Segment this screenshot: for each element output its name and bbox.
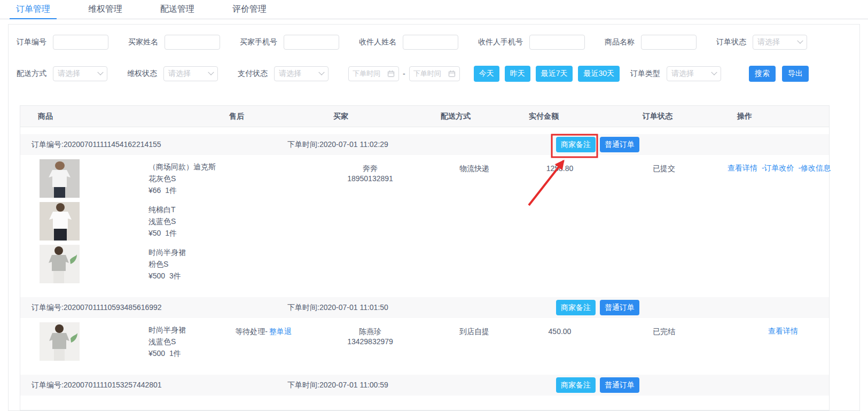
order-row-header: 订单编号:202007011110593485616992 下单时间:2020-… <box>20 297 829 318</box>
product-image <box>40 159 80 198</box>
last30days-button[interactable]: 最近30天 <box>578 66 620 82</box>
aftersale-cell: 等待处理-整单退 <box>218 318 309 368</box>
order-status-select[interactable]: 请选择 <box>753 35 807 50</box>
order-type-label: 订单类型 <box>630 69 660 79</box>
merchant-remark-button[interactable]: 商家备注 <box>556 377 596 393</box>
status-cell: 已完结 <box>603 318 725 368</box>
product-spec: 浅蓝色S <box>148 215 177 227</box>
product-price: ¥500 <box>148 349 165 358</box>
orders-table: 商品 售后 买家 配送方式 实付金额 订单状态 操作 订单编号:20200701… <box>20 105 830 410</box>
buyer-name: 奔奔 <box>309 164 432 174</box>
tab-delivery-management[interactable]: 配送管理 <box>154 0 201 19</box>
buyer-name-input[interactable] <box>165 35 220 50</box>
order-number: 订单编号:202007011110153257442801 <box>20 381 287 390</box>
order-no-input[interactable] <box>53 35 108 50</box>
order-time: 下单时间:2020-07-01 11:01:50 <box>287 303 544 313</box>
product-qty: 1件 <box>169 349 181 358</box>
col-header-product: 商品 <box>20 112 199 121</box>
delivery-method-select[interactable]: 请选择 <box>53 66 107 81</box>
buyer-name: 陈燕珍 <box>309 327 432 337</box>
order-no-label: 订单编号 <box>17 37 46 47</box>
rights-status-select-value: 请选择 <box>168 69 191 79</box>
tab-order-management[interactable]: 订单管理 <box>10 0 57 19</box>
buyer-phone-input[interactable] <box>284 35 339 50</box>
merchant-remark-button[interactable]: 商家备注 <box>556 300 596 315</box>
rights-status-select[interactable]: 请选择 <box>163 66 218 81</box>
tab-rights-management[interactable]: 维权管理 <box>82 0 129 19</box>
product-spec: 浅蓝色S <box>148 336 186 347</box>
chevron-down-icon <box>711 69 717 75</box>
product-qty: 1件 <box>165 186 177 195</box>
amount-cell: 1258.80 <box>517 155 603 290</box>
order-row-body: （商场同款）迪克斯 花灰色S ¥66 1件 纯棉白T 浅蓝色S ¥50 1件 <box>20 155 829 290</box>
product-spec: 花灰色S <box>148 173 216 184</box>
product-qty: 1件 <box>165 229 177 237</box>
filter-row-1: 订单编号 买家姓名 买家手机号 收件人姓名 收件人手机号 商品名称 订单状态 请… <box>17 35 859 50</box>
product-qty: 3件 <box>169 272 181 280</box>
product-image <box>40 322 80 361</box>
pay-status-label: 支付状态 <box>238 69 268 79</box>
order-type-badge[interactable]: 普通订单 <box>600 300 639 315</box>
order-number: 订单编号:202007011110593485616992 <box>20 303 287 313</box>
order-type-badge[interactable]: 普通订单 <box>600 377 639 393</box>
today-button[interactable]: 今天 <box>474 66 499 82</box>
col-header-aftersale: 售后 <box>199 112 274 121</box>
chevron-down-icon <box>797 38 803 44</box>
change-price-link[interactable]: -订单改价 <box>762 164 794 172</box>
product-name: 纯棉白T <box>148 204 177 215</box>
product-item: 时尚半身裙 浅蓝色S ¥500 1件 <box>40 322 218 361</box>
product-name: 时尚半身裙 <box>148 246 186 258</box>
order-time-start-placeholder: 下单时间 <box>353 69 380 79</box>
tab-review-management[interactable]: 评价管理 <box>226 0 273 19</box>
view-detail-link[interactable]: 查看详情 <box>728 164 757 172</box>
order-management-panel: 订单编号 买家姓名 买家手机号 收件人姓名 收件人手机号 商品名称 订单状态 请… <box>8 24 860 411</box>
delivery-method-label: 配送方式 <box>17 69 46 79</box>
orders-table-header: 商品 售后 买家 配送方式 实付金额 订单状态 操作 <box>20 106 829 127</box>
product-name: 时尚半身裙 <box>148 324 186 336</box>
product-name: （商场同款）迪克斯 <box>148 161 216 173</box>
col-header-action: 操作 <box>731 112 829 121</box>
order-time: 下单时间:2020-07-01 11:00:59 <box>287 381 544 390</box>
recipient-phone-input[interactable] <box>529 35 585 50</box>
search-button[interactable]: 搜索 <box>749 66 776 82</box>
date-range-separator: - <box>403 69 405 78</box>
status-cell: 已提交 <box>603 155 725 290</box>
col-header-delivery: 配送方式 <box>408 112 504 121</box>
product-item: 时尚半身裙 粉色S ¥500 3件 <box>40 245 218 283</box>
buyer-phone: 13429832979 <box>309 337 432 347</box>
order-time-start-picker[interactable]: 下单时间 <box>348 66 399 81</box>
product-price: ¥500 <box>148 272 165 280</box>
order-time: 下单时间:2020-07-01 11:02:29 <box>287 140 544 150</box>
chevron-down-icon <box>97 69 103 75</box>
quick-date-buttons: 今天 昨天 最近7天 最近30天 <box>468 66 620 82</box>
export-button[interactable]: 导出 <box>782 66 809 82</box>
full-refund-link[interactable]: 整单退 <box>269 327 292 336</box>
recipient-name-label: 收件人姓名 <box>359 37 396 47</box>
chevron-down-icon <box>208 69 214 75</box>
buyer-phone: 18950132891 <box>309 174 432 184</box>
modify-info-link[interactable]: -修改信息 <box>798 164 831 172</box>
buyer-name-label: 买家姓名 <box>128 37 158 47</box>
last7days-button[interactable]: 最近7天 <box>536 66 573 82</box>
col-header-buyer: 买家 <box>274 112 408 121</box>
product-item: （商场同款）迪克斯 花灰色S ¥66 1件 <box>40 159 218 198</box>
order-type-badge[interactable]: 普通订单 <box>600 137 639 152</box>
buyer-cell: 奔奔 18950132891 <box>309 155 432 290</box>
delivery-cell: 物流快递 <box>432 155 517 290</box>
recipient-name-input[interactable] <box>403 35 458 50</box>
order-type-select[interactable]: 请选择 <box>667 66 721 81</box>
yesterday-button[interactable]: 昨天 <box>505 66 530 82</box>
pay-status-select-value: 请选择 <box>279 69 301 79</box>
merchant-remark-button[interactable]: 商家备注 <box>556 137 596 152</box>
product-price: ¥50 <box>148 229 161 237</box>
col-header-amount: 实付金额 <box>504 112 584 121</box>
pay-status-select[interactable]: 请选择 <box>274 66 329 81</box>
product-name-input[interactable] <box>641 35 697 50</box>
product-spec: 粉色S <box>148 258 186 270</box>
view-detail-link[interactable]: 查看详情 <box>768 327 798 335</box>
action-cell: 查看详情 <box>725 318 829 368</box>
amount-cell: 450.00 <box>517 318 603 368</box>
order-time-end-picker[interactable]: 下单时间 <box>409 66 460 81</box>
calendar-icon <box>448 70 456 77</box>
recipient-phone-label: 收件人手机号 <box>478 37 523 47</box>
